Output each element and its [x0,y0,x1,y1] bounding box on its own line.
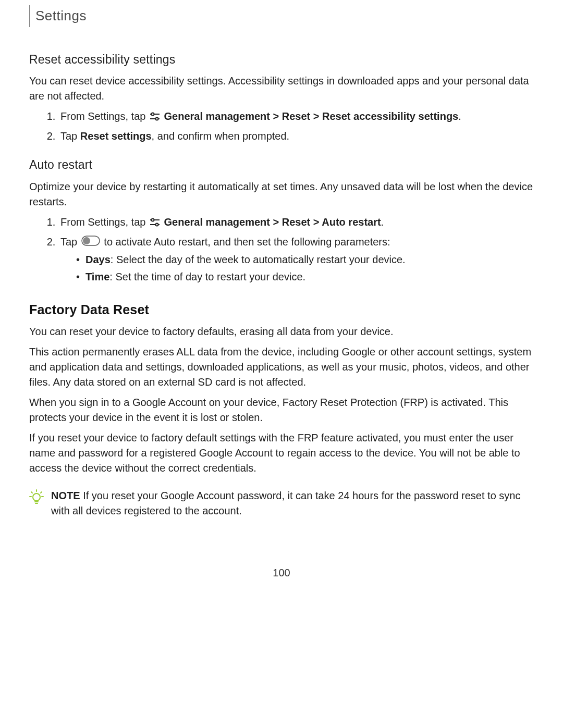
svg-point-9 [83,237,90,244]
note-block: NOTE If you reset your Google Account pa… [29,488,534,519]
page-header: Settings [29,5,534,27]
auto-restart-step-1: From Settings, tap General management > … [58,215,534,231]
svg-point-15 [33,493,40,501]
auto-restart-step-2: Tap to activate Auto restart, and then s… [58,235,534,285]
reset-accessibility-step-1: From Settings, tap General management > … [58,109,534,126]
subheading-reset-accessibility: Reset accessibility settings [29,51,534,68]
svg-point-3 [155,118,158,120]
auto-restart-steps: From Settings, tap General management > … [29,215,534,285]
auto-restart-param-time: Time: Set the time of day to restart you… [76,269,534,285]
reset-accessibility-step-2: Tap Reset settings, and confirm when pro… [58,129,534,144]
svg-point-7 [155,223,158,226]
subheading-auto-restart: Auto restart [29,156,534,174]
svg-point-5 [151,218,154,221]
sliders-icon [150,110,160,126]
reset-accessibility-intro: You can reset device accessibility setti… [29,73,534,104]
sliders-icon [150,216,160,231]
heading-factory-data-reset: Factory Data Reset [29,300,534,319]
factory-reset-p4: If you reset your device to factory defa… [29,430,534,476]
svg-line-12 [41,492,42,493]
factory-reset-p3: When you sign in to a Google Account on … [29,395,534,425]
note-body: If you reset your Google Account passwor… [51,490,520,516]
auto-restart-intro: Optimize your device by restarting it au… [29,179,534,209]
page-number: 100 [29,565,534,581]
auto-restart-param-days: Days: Select the day of the week to auto… [76,252,534,267]
factory-reset-p1: You can reset your device to factory def… [29,324,534,339]
note-label: NOTE [51,490,80,501]
auto-restart-params: Days: Select the day of the week to auto… [60,252,534,285]
svg-line-11 [31,492,32,493]
reset-accessibility-steps: From Settings, tap General management > … [29,109,534,144]
svg-point-1 [151,113,154,116]
factory-reset-p2: This action permanently erases ALL data … [29,344,534,390]
header-title: Settings [35,6,87,26]
toggle-off-icon [81,235,100,250]
lightbulb-icon [29,489,44,509]
note-text: NOTE If you reset your Google Account pa… [51,488,534,519]
